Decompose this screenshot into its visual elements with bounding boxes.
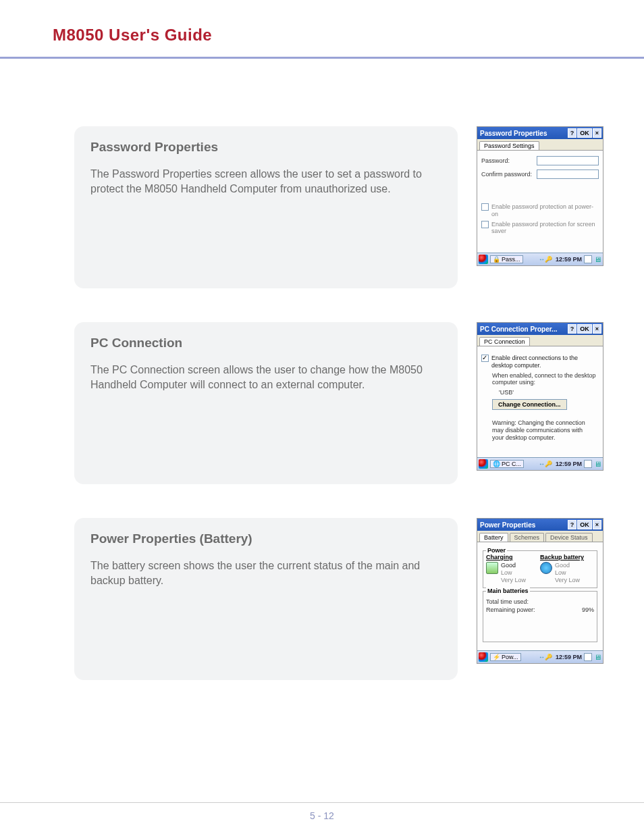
password-input[interactable] (537, 156, 599, 165)
charging-low: Low (501, 569, 526, 577)
section-body: The battery screen shows the user the cu… (90, 558, 441, 589)
label-remaining-power: Remaining power: (486, 606, 535, 613)
taskbar: 🌐 PC C... ↔🔑 12:59 PM 🖥 (477, 457, 603, 470)
backup-good: Good (555, 562, 580, 569)
page-header: M8050 User's Guide (0, 0, 644, 45)
col-backup: Backup battery (540, 554, 594, 561)
start-icon[interactable] (479, 459, 488, 469)
window-titlebar: PC Connection Proper... ? OK × (477, 323, 603, 335)
taskbar-app-button[interactable]: 🔒 Pass... (490, 255, 523, 263)
start-icon[interactable] (479, 255, 488, 264)
window-title: Power Properties (480, 521, 568, 529)
dialog-body: Password: Confirm password: Enable passw… (477, 151, 603, 253)
section-text-block: Password Properties The Password Propert… (74, 126, 458, 288)
tab-battery[interactable]: Battery (479, 533, 508, 542)
fieldset-power: Power Charging Good Low Very Low (483, 550, 597, 588)
section-text-block: PC Connection The PC Connection screen a… (74, 322, 458, 484)
checkbox-enable-direct[interactable] (481, 355, 489, 362)
section-heading: Password Properties (90, 140, 441, 155)
tabstrip: Password Settings (477, 139, 603, 151)
taskbar-app-button[interactable]: 🌐 PC C... (490, 460, 524, 468)
section-body: The Password Properties screen allows th… (90, 167, 441, 197)
tray-desktop-icon[interactable]: 🖥 (594, 460, 601, 468)
tray-desktop-icon[interactable]: 🖥 (594, 653, 601, 661)
screenshot-pc-connection: PC Connection Proper... ? OK × PC Connec… (477, 322, 603, 471)
backup-verylow: Very Low (555, 577, 580, 584)
tray-keyboard-icon[interactable] (584, 653, 592, 661)
charging-verylow: Very Low (501, 577, 526, 584)
tray-network-icon[interactable]: ↔🔑 (539, 256, 552, 263)
connect-using-note: When enabled, connect to the desktop com… (492, 372, 599, 387)
tray-keyboard-icon[interactable] (584, 255, 592, 263)
backup-battery-icon (540, 562, 552, 574)
checkbox-enable-direct-label: Enable direct connections to the desktop… (491, 355, 599, 369)
help-button[interactable]: ? (568, 520, 577, 529)
connection-type: 'USB' (499, 389, 599, 396)
screenshot-password-properties: Password Properties ? OK × Password Sett… (477, 126, 603, 266)
label-password: Password: (481, 157, 534, 164)
taskbar-clock: 12:59 PM (556, 654, 582, 660)
legend-power: Power (486, 547, 507, 554)
page-footer: 5 - 12 (0, 802, 644, 822)
value-remaining-power: 99% (582, 606, 594, 613)
taskbar-app-label: Pass... (502, 256, 520, 263)
taskbar: 🔒 Pass... ↔🔑 12:59 PM 🖥 (477, 253, 603, 265)
confirm-password-input[interactable] (537, 170, 599, 179)
tabstrip: Battery Schemes Device Status (477, 531, 603, 542)
page-title: M8050 User's Guide (53, 26, 644, 45)
tab-pc-connection[interactable]: PC Connection (479, 337, 530, 346)
ok-button[interactable]: OK (577, 324, 592, 334)
content-area: Password Properties The Password Propert… (0, 59, 644, 680)
tab-device-status[interactable]: Device Status (545, 533, 593, 542)
lock-icon: 🔒 (493, 256, 500, 263)
taskbar-app-label: PC C... (502, 461, 521, 467)
tabstrip: PC Connection (477, 335, 603, 346)
label-confirm-password: Confirm password: (481, 171, 534, 178)
taskbar-clock: 12:59 PM (556, 461, 582, 467)
backup-low: Low (555, 569, 580, 577)
help-button[interactable]: ? (568, 128, 577, 138)
tray-network-icon[interactable]: ↔🔑 (539, 461, 552, 467)
help-button[interactable]: ? (568, 324, 577, 334)
checkbox-screensaver-protection[interactable] (481, 221, 489, 228)
close-button[interactable]: × (593, 324, 601, 334)
globe-icon: 🌐 (493, 461, 500, 467)
ok-button[interactable]: OK (577, 520, 592, 529)
col-charging: Charging (486, 554, 540, 561)
window-titlebar: Password Properties ? OK × (477, 127, 603, 139)
label-total-time: Total time used: (486, 598, 529, 605)
section-heading: Power Properties (Battery) (90, 531, 441, 546)
section-body: The PC Connection screen allows the user… (90, 363, 441, 393)
taskbar-app-button[interactable]: ⚡ Pow... (490, 653, 521, 661)
page-number: 5 - 12 (310, 810, 334, 821)
taskbar-app-label: Pow... (502, 654, 518, 660)
section-power-properties: Power Properties (Battery) The battery s… (74, 518, 603, 680)
change-connection-button[interactable]: Change Connection... (492, 399, 567, 410)
tray-keyboard-icon[interactable] (584, 460, 592, 468)
section-password-properties: Password Properties The Password Propert… (74, 126, 603, 288)
checkbox-poweron-label: Enable password protection at power-on (491, 203, 599, 218)
window-title: Password Properties (480, 130, 568, 137)
window-titlebar: Power Properties ? OK × (477, 519, 603, 531)
close-button[interactable]: × (593, 520, 601, 529)
checkbox-screensaver-label: Enable password protection for screen sa… (491, 221, 599, 236)
taskbar-clock: 12:59 PM (556, 256, 582, 263)
tray-desktop-icon[interactable]: 🖥 (594, 255, 601, 263)
close-button[interactable]: × (593, 128, 601, 138)
dialog-body: Enable direct connections to the desktop… (477, 346, 603, 457)
warning-text: Warning: Changing the connection may dis… (492, 419, 587, 441)
section-pc-connection: PC Connection The PC Connection screen a… (74, 322, 603, 484)
checkbox-poweron-protection[interactable] (481, 203, 489, 211)
dialog-body: Power Charging Good Low Very Low (477, 542, 603, 650)
tab-password-settings[interactable]: Password Settings (479, 141, 539, 150)
section-heading: PC Connection (90, 336, 441, 350)
start-icon[interactable] (479, 652, 488, 662)
fieldset-main-batteries: Main batteries Total time used: Remainin… (483, 591, 597, 642)
tray-network-icon[interactable]: ↔🔑 (539, 654, 552, 660)
legend-main: Main batteries (486, 588, 530, 594)
screenshot-power-properties: Power Properties ? OK × Battery Schemes … (477, 518, 603, 664)
tab-schemes[interactable]: Schemes (510, 533, 545, 542)
taskbar: ⚡ Pow... ↔🔑 12:59 PM 🖥 (477, 650, 603, 663)
ok-button[interactable]: OK (577, 128, 592, 138)
battery-icon (486, 562, 498, 574)
